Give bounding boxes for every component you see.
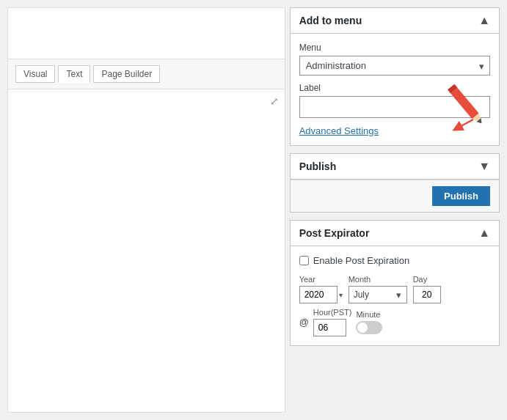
enable-expiration-label: Enable Post Expiration <box>313 255 410 266</box>
editor-top-area <box>8 8 285 59</box>
tab-text[interactable]: Text <box>58 65 90 83</box>
add-to-menu-body: Menu Administration Main Menu Footer Men… <box>291 34 499 145</box>
label-field-container: Label <box>299 83 490 118</box>
svg-marker-2 <box>476 118 484 125</box>
day-input[interactable] <box>413 286 441 303</box>
editor-content-area: ⤢ <box>8 89 285 412</box>
post-expirator-title: Post Expirator <box>299 227 370 239</box>
day-label: Day <box>413 275 441 284</box>
hour-label: Hour(PST) <box>313 308 352 317</box>
month-label: Month <box>349 275 407 284</box>
svg-line-4 <box>457 119 473 128</box>
hour-minute-row: @ Hour(PST) Minute <box>299 308 490 336</box>
tab-page-builder[interactable]: Page Builder <box>93 65 160 83</box>
post-expirator-header[interactable]: Post Expirator ▲ <box>291 221 499 246</box>
hour-field: Hour(PST) <box>313 308 352 336</box>
right-sidebar: Add to menu ▲ Menu Administration Main M… <box>290 7 500 413</box>
minute-field: Minute <box>356 310 382 334</box>
year-label: Year <box>299 275 343 284</box>
publish-toggle-icon[interactable]: ▼ <box>478 160 490 173</box>
label-input[interactable] <box>299 96 490 118</box>
publish-widget: Publish ▼ Publish <box>290 153 500 213</box>
enable-expiration-checkbox[interactable] <box>299 256 309 265</box>
label-field-label: Label <box>299 83 490 93</box>
at-label: @ <box>299 317 309 328</box>
add-to-menu-widget: Add to menu ▲ Menu Administration Main M… <box>290 7 500 146</box>
menu-field-label: Menu <box>299 43 490 53</box>
publish-header[interactable]: Publish ▼ <box>291 154 499 180</box>
post-expirator-body: Enable Post Expiration Year ▾ Month July <box>291 246 499 345</box>
year-input[interactable] <box>299 286 338 303</box>
post-expirator-toggle-icon[interactable]: ▲ <box>478 226 490 240</box>
enable-expiration-row: Enable Post Expiration <box>299 255 490 266</box>
minute-label: Minute <box>356 310 382 319</box>
day-field: Day <box>413 275 441 303</box>
month-select[interactable]: July January February March April May Ju… <box>349 286 407 303</box>
advanced-settings-link[interactable]: Advanced Settings <box>299 125 379 136</box>
month-field: Month July January February March April … <box>349 275 407 303</box>
add-to-menu-header[interactable]: Add to menu ▲ <box>291 8 499 34</box>
publish-title: Publish <box>299 161 337 172</box>
add-to-menu-toggle-icon[interactable]: ▲ <box>478 14 490 27</box>
add-to-menu-title: Add to menu <box>299 15 362 26</box>
menu-select-wrapper: Administration Main Menu Footer Menu <box>299 56 490 75</box>
expiry-date-fields: Year ▾ Month July January February March <box>299 275 490 303</box>
tab-visual[interactable]: Visual <box>15 65 55 83</box>
fullscreen-icon[interactable]: ⤢ <box>270 95 279 107</box>
post-expirator-widget: Post Expirator ▲ Enable Post Expiration … <box>290 220 500 346</box>
year-chevron[interactable]: ▾ <box>339 291 343 299</box>
hour-input[interactable] <box>313 319 346 336</box>
publish-actions: Publish <box>291 180 499 212</box>
editor-tabs-bar: Visual Text Page Builder <box>8 59 285 89</box>
editor-panel: Visual Text Page Builder ⤢ <box>7 7 285 413</box>
publish-button[interactable]: Publish <box>432 186 490 206</box>
minute-toggle[interactable] <box>356 321 382 334</box>
menu-select[interactable]: Administration Main Menu Footer Menu <box>299 56 490 75</box>
year-field: Year ▾ <box>299 275 343 303</box>
